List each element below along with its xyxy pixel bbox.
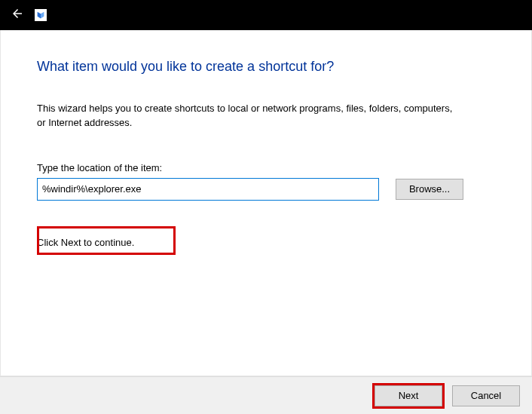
wizard-page: What item would you like to create a sho…: [0, 30, 532, 376]
back-arrow-icon[interactable]: [11, 7, 24, 24]
continue-text: Click Next to continue.: [37, 237, 495, 248]
location-label: Type the location of the item:: [37, 162, 495, 173]
cancel-button[interactable]: Cancel: [452, 385, 520, 406]
next-button[interactable]: Next: [375, 385, 442, 406]
page-description: This wizard helps you to create shortcut…: [37, 102, 459, 130]
browse-button[interactable]: Browse...: [396, 179, 463, 200]
app-icon: [35, 9, 47, 21]
location-input[interactable]: [37, 178, 379, 201]
footer-bar: Next Cancel: [0, 376, 532, 414]
titlebar: [0, 0, 532, 30]
location-row: Browse...: [37, 178, 495, 201]
highlight-annotation-next: Next: [372, 383, 445, 409]
page-heading: What item would you like to create a sho…: [37, 59, 495, 75]
